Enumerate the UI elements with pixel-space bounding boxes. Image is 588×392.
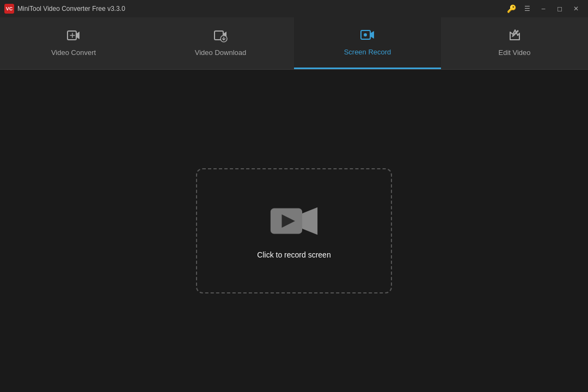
record-area-text: Click to record screen <box>257 250 330 259</box>
screen-record-icon <box>360 27 375 45</box>
app-logo: VC <box>4 4 14 14</box>
record-icon <box>270 203 318 240</box>
app-title: MiniTool Video Converter Free v3.3.0 <box>17 5 125 13</box>
record-area[interactable]: Click to record screen <box>196 168 392 293</box>
restore-icon: ◻ <box>557 5 562 13</box>
tab-edit-video-label: Edit Video <box>498 48 530 57</box>
edit-video-icon <box>507 28 522 45</box>
video-convert-icon <box>66 28 81 45</box>
menu-button[interactable]: ☰ <box>519 3 535 15</box>
svg-point-4 <box>364 33 367 36</box>
title-bar: VC MiniTool Video Converter Free v3.3.0 … <box>0 0 588 17</box>
menu-icon: ☰ <box>524 5 530 13</box>
titlebar-left: VC MiniTool Video Converter Free v3.3.0 <box>4 4 125 14</box>
titlebar-controls: 🔑 ☰ – ◻ ✕ <box>504 3 584 15</box>
video-download-icon <box>213 28 228 45</box>
minimize-button[interactable]: – <box>536 3 551 15</box>
tab-video-download-label: Video Download <box>195 48 246 57</box>
nav-bar: Video Convert Video Download Screen Reco… <box>0 17 588 70</box>
close-button[interactable]: ✕ <box>568 3 584 15</box>
tab-video-convert-label: Video Convert <box>51 48 96 57</box>
restore-button[interactable]: ◻ <box>552 3 567 15</box>
tab-screen-record[interactable]: Screen Record <box>294 17 441 69</box>
svg-marker-7 <box>302 207 317 235</box>
tab-video-download[interactable]: Video Download <box>147 17 294 69</box>
logo-text: VC <box>6 6 13 11</box>
key-icon: 🔑 <box>507 4 516 13</box>
record-camera-svg <box>270 202 318 240</box>
close-icon: ✕ <box>573 5 579 13</box>
tab-video-convert[interactable]: Video Convert <box>0 17 147 69</box>
tab-edit-video[interactable]: Edit Video <box>441 17 588 69</box>
main-content: Click to record screen <box>0 70 588 392</box>
key-button[interactable]: 🔑 <box>504 3 518 15</box>
tab-screen-record-label: Screen Record <box>344 48 391 56</box>
minimize-icon: – <box>542 5 546 13</box>
